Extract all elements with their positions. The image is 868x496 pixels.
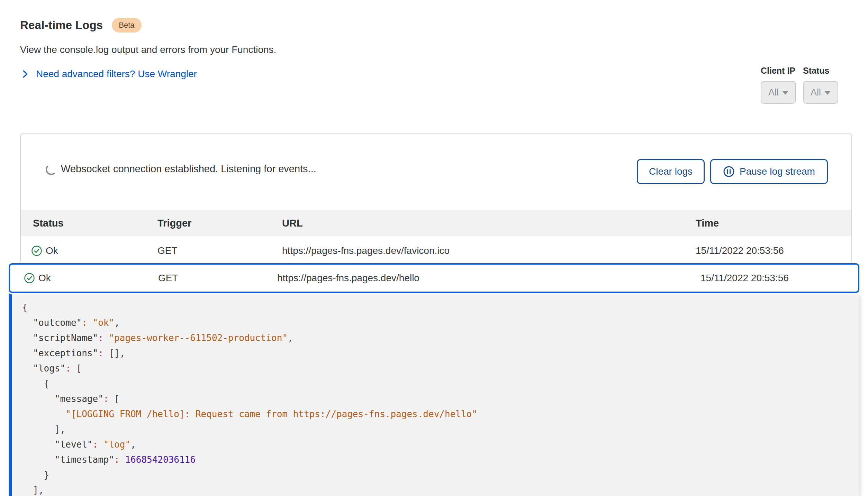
column-header-time: Time — [696, 218, 719, 229]
chevron-right-icon — [21, 69, 29, 79]
client-ip-label: Client IP — [761, 66, 795, 76]
wrangler-link-label: Need advanced filters? Use Wrangler — [36, 68, 197, 80]
column-header-status: Status — [33, 218, 64, 229]
table-row-expanded[interactable]: Ok GET https://pages-fns.pages.dev/hello… — [9, 263, 859, 293]
check-circle-icon — [31, 245, 42, 256]
row-status: Ok — [38, 273, 51, 284]
realtime-logs-page: Real-time Logs Beta View the console.log… — [0, 0, 868, 496]
row-time: 15/11/2022 20:53:56 — [700, 273, 789, 284]
table-row[interactable]: Ok GET https://pages-fns.pages.dev/favic… — [21, 236, 851, 265]
row-status: Ok — [46, 245, 58, 256]
row-url: https://pages-fns.pages.dev/hello — [277, 273, 419, 284]
clear-logs-button[interactable]: Clear logs — [637, 159, 705, 184]
json-code: { "outcome": "ok", "scriptName": "pages-… — [12, 294, 859, 496]
caret-down-icon — [824, 91, 831, 95]
log-stream-panel: Websocket connection established. Listen… — [20, 133, 852, 264]
page-subtitle: View the console.log output and errors f… — [20, 44, 276, 55]
websocket-status-text: Websocket connection established. Listen… — [61, 163, 316, 175]
row-url: https://pages-fns.pages.dev/favicon.ico — [282, 245, 450, 256]
wrangler-link[interactable]: Need advanced filters? Use Wrangler — [21, 68, 197, 80]
row-trigger: GET — [157, 245, 178, 256]
spinner-icon — [46, 164, 57, 175]
selected-row-accent-bar — [9, 265, 12, 496]
page-header: Real-time Logs Beta — [20, 18, 142, 33]
row-trigger: GET — [158, 273, 178, 284]
status-filter-value: All — [811, 87, 821, 98]
status-label: Status — [803, 66, 829, 76]
column-header-trigger: Trigger — [157, 218, 191, 229]
log-table-header: Status Trigger URL Time — [21, 210, 851, 236]
pause-log-stream-button[interactable]: Pause log stream — [710, 159, 828, 184]
row-time: 15/11/2022 20:53:56 — [696, 245, 784, 256]
beta-badge: Beta — [112, 18, 141, 33]
log-detail-json-viewer: { "outcome": "ok", "scriptName": "pages-… — [12, 294, 859, 496]
client-ip-filter-dropdown[interactable]: All — [761, 81, 796, 104]
column-header-url: URL — [282, 218, 303, 229]
caret-down-icon — [782, 91, 788, 95]
client-ip-filter-value: All — [768, 87, 779, 98]
pause-icon — [723, 166, 735, 177]
clear-logs-label: Clear logs — [649, 166, 693, 177]
check-circle-icon — [24, 273, 35, 284]
page-title: Real-time Logs — [20, 19, 103, 32]
pause-log-stream-label: Pause log stream — [740, 166, 815, 177]
status-filter-dropdown[interactable]: All — [803, 81, 838, 104]
